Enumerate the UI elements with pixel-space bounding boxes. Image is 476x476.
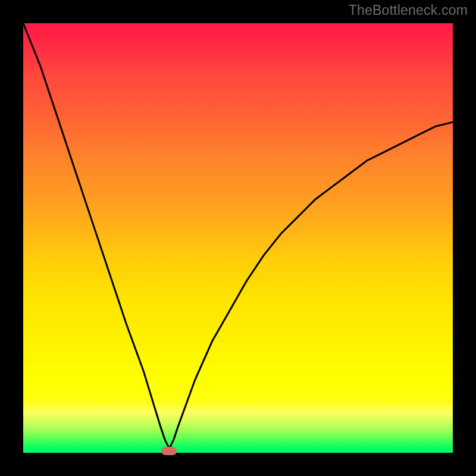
chart-frame: TheBottleneck.com	[0, 0, 476, 476]
plot-area	[23, 23, 453, 453]
sweet-spot-marker	[161, 447, 177, 455]
watermark-text: TheBottleneck.com	[349, 2, 468, 18]
bottleneck-curve	[23, 23, 453, 453]
